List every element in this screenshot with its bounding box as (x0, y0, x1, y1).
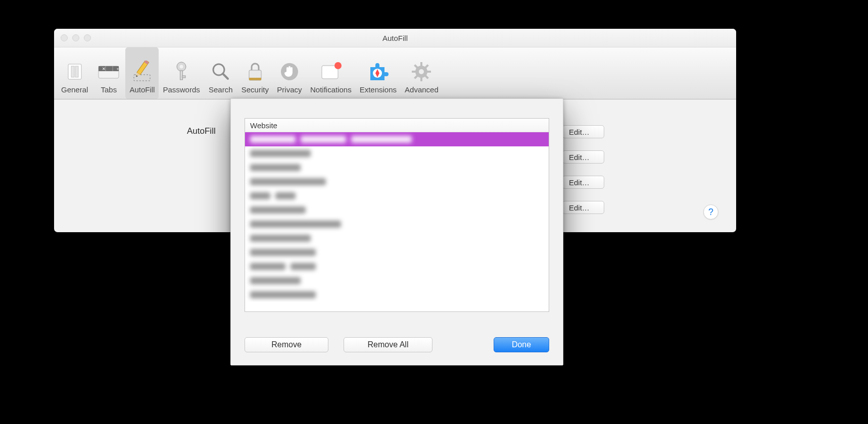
done-button[interactable]: Done (494, 337, 549, 352)
window-close-button[interactable] (61, 34, 68, 41)
edit-button-4[interactable]: Edit… (562, 201, 604, 214)
tab-advanced-label: Advanced (405, 85, 439, 94)
svg-point-24 (334, 62, 342, 69)
done-button-label: Done (512, 340, 531, 349)
window-traffic-lights (61, 34, 91, 41)
help-icon: ? (708, 207, 713, 218)
website-row[interactable] (245, 274, 549, 288)
website-row[interactable] (245, 175, 549, 189)
edit-button-1[interactable]: Edit… (562, 125, 604, 138)
website-row-text (250, 263, 316, 270)
tab-notifications-label: Notifications (310, 85, 352, 94)
svg-rect-16 (180, 71, 183, 80)
website-row-text (250, 291, 316, 298)
key-icon (170, 61, 192, 83)
remove-button[interactable]: Remove (245, 337, 328, 352)
website-row-text (250, 206, 306, 214)
svg-rect-29 (420, 77, 422, 81)
tab-tabs[interactable]: ✕ ＋ Tabs (92, 47, 125, 99)
preferences-toolbar: General ✕ ＋ Tabs (54, 47, 736, 99)
svg-rect-21 (249, 78, 261, 80)
website-column-header-label: Website (250, 121, 277, 130)
remove-all-button[interactable]: Remove All (344, 337, 432, 352)
tab-tabs-label: Tabs (101, 85, 117, 94)
window-minimize-button[interactable] (72, 34, 79, 41)
website-row[interactable] (245, 161, 549, 175)
window-title: AutoFill (382, 34, 408, 42)
tab-notifications[interactable]: Notifications (306, 47, 356, 99)
svg-point-15 (180, 65, 183, 69)
edit-button-2[interactable]: Edit… (562, 150, 604, 164)
lock-icon (244, 61, 266, 83)
tab-search[interactable]: Search (204, 47, 237, 99)
website-row-text (250, 249, 316, 256)
website-row[interactable] (245, 189, 549, 203)
tab-privacy-label: Privacy (277, 85, 302, 94)
svg-rect-31 (427, 71, 431, 73)
website-column-header[interactable]: Website (245, 119, 549, 132)
puzzle-compass-icon (367, 61, 389, 83)
edit-button-3-label: Edit… (569, 178, 590, 187)
gear-icon (410, 61, 432, 83)
website-row[interactable] (245, 245, 549, 259)
hand-stop-icon (278, 61, 301, 83)
tab-autofill[interactable]: AutoFill (125, 47, 159, 99)
website-row[interactable] (245, 231, 549, 245)
edit-button-2-label: Edit… (569, 153, 590, 162)
website-row-text (250, 164, 301, 171)
window-titlebar: AutoFill (54, 29, 736, 47)
section-label-autofill: AutoFill (187, 126, 216, 136)
website-listbox: Website (245, 118, 549, 312)
website-rows (245, 132, 549, 302)
website-row[interactable] (245, 288, 549, 302)
website-row[interactable] (245, 132, 549, 146)
remove-all-button-label: Remove All (368, 340, 409, 349)
svg-text:＋: ＋ (116, 67, 120, 71)
svg-line-19 (223, 74, 228, 79)
tab-extensions[interactable]: Extensions (356, 47, 401, 99)
pencil-form-icon (131, 61, 153, 83)
website-row-text (250, 235, 311, 242)
svg-text:✕: ✕ (102, 67, 106, 71)
website-row[interactable] (245, 203, 549, 217)
svg-rect-2 (75, 66, 78, 77)
tab-general-label: General (61, 85, 88, 94)
switch-icon (64, 61, 86, 83)
tab-advanced[interactable]: Advanced (401, 47, 443, 99)
magnifier-icon (210, 61, 232, 83)
website-row-text (250, 221, 341, 228)
notification-icon (320, 61, 342, 83)
website-row-text (250, 192, 296, 199)
tabs-icon: ✕ ＋ (98, 61, 120, 83)
window-zoom-button[interactable] (84, 34, 91, 41)
svg-rect-0 (68, 64, 81, 79)
edit-button-1-label: Edit… (569, 128, 590, 136)
tab-general[interactable]: General (57, 47, 92, 99)
tab-passwords-label: Passwords (163, 85, 200, 94)
edit-button-4-label: Edit… (569, 203, 590, 212)
tab-search-label: Search (209, 85, 233, 94)
svg-rect-1 (71, 66, 74, 77)
website-row[interactable] (245, 259, 549, 274)
website-row[interactable] (245, 146, 549, 161)
svg-rect-17 (182, 76, 185, 78)
remove-button-label: Remove (271, 340, 302, 349)
tab-autofill-label: AutoFill (129, 85, 155, 94)
tab-passwords[interactable]: Passwords (159, 47, 204, 99)
tab-privacy[interactable]: Privacy (273, 47, 306, 99)
svg-point-36 (419, 69, 424, 74)
website-row-text (250, 150, 311, 157)
website-row-text (250, 178, 326, 185)
tab-security[interactable]: Security (237, 47, 273, 99)
autofill-websites-sheet: Website Remove Remove All Done (230, 98, 563, 365)
edit-button-3[interactable]: Edit… (562, 176, 604, 189)
tab-extensions-label: Extensions (360, 85, 397, 94)
website-row[interactable] (245, 217, 549, 231)
help-button[interactable]: ? (703, 204, 718, 220)
website-row-text (250, 136, 412, 143)
tab-security-label: Security (242, 85, 269, 94)
svg-rect-28 (420, 62, 422, 66)
svg-rect-30 (412, 71, 416, 73)
website-row-text (250, 277, 301, 284)
